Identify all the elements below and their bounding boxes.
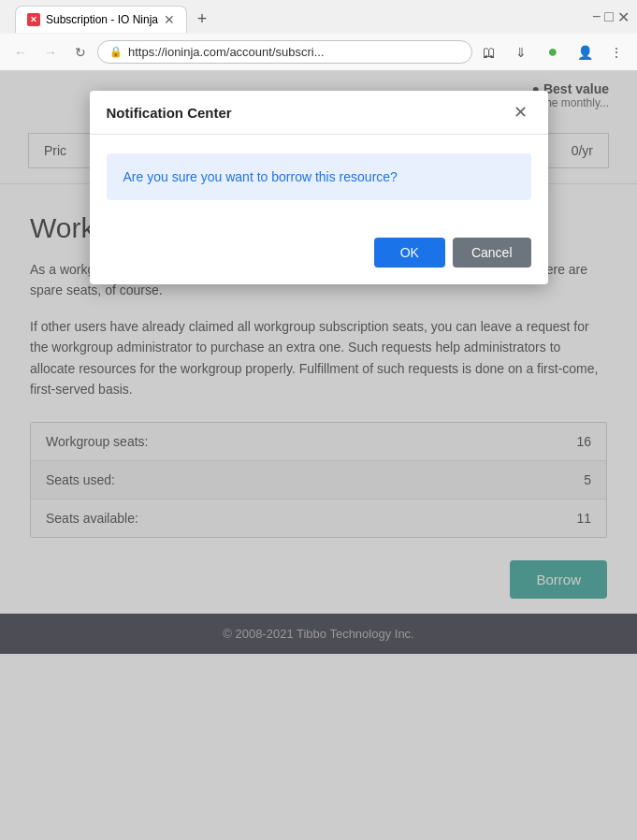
tab-title: Subscription - IO Ninja	[46, 13, 158, 26]
forward-button[interactable]: →	[37, 39, 64, 65]
modal-header: Notification Center ✕	[90, 91, 548, 135]
tab-close-button[interactable]: ✕	[164, 12, 175, 27]
cancel-button[interactable]: Cancel	[453, 238, 531, 268]
page-content: ● Best value Half the price of the month…	[0, 72, 637, 840]
modal-overlay: Notification Center ✕ Are you sure you w…	[0, 72, 637, 840]
nav-extras: 🕮 ⇓ ● 👤 ⋮	[476, 39, 630, 65]
nav-bar: ← → ↻ 🔒 https://ioninja.com/account/subs…	[0, 34, 637, 71]
security-icon: 🔒	[109, 46, 123, 58]
maximize-button[interactable]: □	[604, 8, 614, 25]
address-bar[interactable]: 🔒 https://ioninja.com/account/subscri...	[97, 40, 472, 64]
modal-footer: OK Cancel	[90, 226, 548, 284]
tab-favicon: ✕	[27, 13, 40, 26]
refresh-button[interactable]: ↻	[67, 39, 94, 65]
notification-box: Are you sure you want to borrow this res…	[107, 153, 531, 200]
notification-modal: Notification Center ✕ Are you sure you w…	[90, 91, 548, 284]
extension-icon[interactable]: ●	[540, 39, 566, 65]
modal-close-button[interactable]: ✕	[510, 104, 531, 121]
menu-icon[interactable]: ⋮	[603, 39, 630, 65]
active-tab[interactable]: ✕ Subscription - IO Ninja ✕	[15, 6, 187, 33]
url-text: https://ioninja.com/account/subscri...	[128, 45, 460, 59]
new-tab-button[interactable]: +	[189, 7, 215, 33]
ok-button[interactable]: OK	[374, 238, 445, 268]
tab-bar: ✕ Subscription - IO Ninja ✕ +	[7, 2, 592, 33]
account-icon[interactable]: 👤	[572, 39, 598, 65]
back-button[interactable]: ←	[7, 39, 34, 65]
browser-chrome: ✕ Subscription - IO Ninja ✕ + − □ ✕ ← → …	[0, 0, 637, 72]
minimize-button[interactable]: −	[592, 8, 601, 25]
title-bar: ✕ Subscription - IO Ninja ✕ + − □ ✕	[0, 0, 637, 34]
bookmark-icon[interactable]: 🕮	[476, 39, 502, 65]
window-controls: − □ ✕	[592, 8, 630, 26]
download-icon[interactable]: ⇓	[508, 39, 534, 65]
modal-title: Notification Center	[107, 105, 232, 121]
modal-body: Are you sure you want to borrow this res…	[90, 135, 548, 226]
notification-text: Are you sure you want to borrow this res…	[123, 169, 398, 184]
close-window-button[interactable]: ✕	[617, 8, 630, 26]
